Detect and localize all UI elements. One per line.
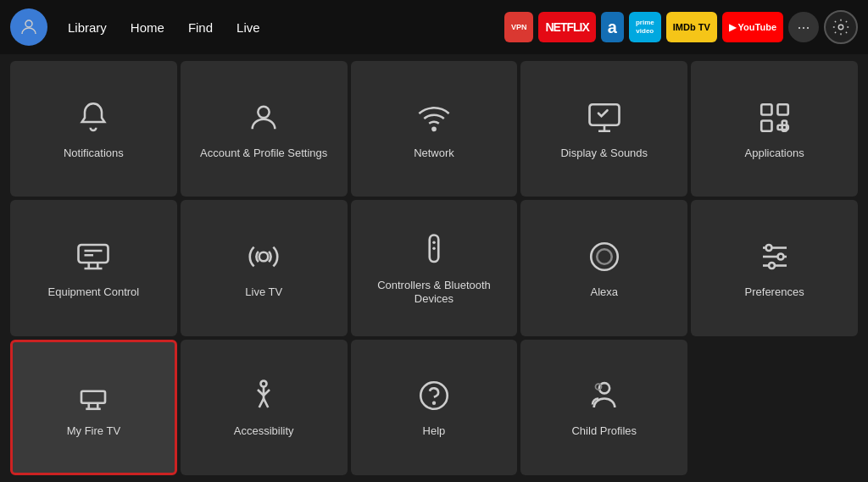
app-primevideo[interactable]: primevideo	[629, 12, 661, 42]
svg-point-30	[433, 402, 435, 404]
svg-rect-10	[79, 245, 108, 263]
settings-button[interactable]	[824, 10, 858, 44]
alexa-label: Alexa	[591, 285, 619, 300]
sliders-icon	[754, 236, 795, 277]
grid-item-display-sounds[interactable]: Display & Sounds	[520, 61, 687, 197]
svg-point-21	[777, 254, 783, 260]
svg-point-27	[261, 381, 267, 387]
top-nav: Library Home Find Live VPN NETFLIX a pri…	[0, 0, 868, 54]
child-icon	[584, 375, 625, 416]
nav-live[interactable]: Live	[226, 15, 270, 40]
accessibility-icon	[243, 375, 284, 416]
person-icon	[243, 97, 284, 138]
app-youtube[interactable]: ▶ YouTube	[722, 12, 783, 42]
svg-point-2	[259, 106, 270, 117]
grid-item-notifications[interactable]: Notifications	[10, 61, 177, 197]
bell-icon	[73, 97, 114, 138]
svg-point-3	[432, 127, 435, 130]
nav-apps: VPN NETFLIX a primevideo IMDb TV ▶ YouTu…	[504, 10, 858, 44]
grid-item-preferences[interactable]: Preferences	[691, 200, 858, 335]
nav-home[interactable]: Home	[120, 15, 175, 40]
svg-point-20	[765, 245, 771, 251]
app-expressvpn[interactable]: VPN	[504, 12, 534, 42]
help-label: Help	[423, 424, 446, 439]
app-netflix[interactable]: NETFLIX	[538, 12, 595, 42]
nav-links: Library Home Find Live	[58, 15, 270, 40]
equipment-control-label: Equipment Control	[48, 285, 140, 300]
remote-icon	[414, 230, 454, 270]
network-label: Network	[414, 147, 454, 161]
account-profile-label: Account & Profile Settings	[200, 147, 327, 161]
wifi-icon	[414, 97, 454, 138]
applications-label: Applications	[745, 147, 804, 161]
svg-point-29	[420, 383, 448, 410]
accessibility-label: Accessibility	[234, 424, 294, 439]
avatar[interactable]	[10, 8, 47, 46]
grid-item-alexa[interactable]: Alexa	[520, 200, 687, 335]
child-profiles-label: Child Profiles	[571, 424, 637, 439]
svg-point-16	[597, 249, 612, 264]
more-button[interactable]: ···	[788, 12, 819, 42]
grid-item-equipment-control[interactable]: Equipment Control	[10, 200, 177, 335]
grid-item-network[interactable]: Network	[351, 61, 518, 197]
svg-point-14	[432, 247, 436, 250]
app-amazon[interactable]: a	[601, 12, 624, 42]
svg-rect-6	[777, 104, 787, 114]
grid-item-accessibility[interactable]: Accessibility	[181, 340, 348, 475]
grid-item-applications[interactable]: Applications	[691, 61, 858, 197]
apps-icon	[754, 97, 795, 138]
svg-point-13	[432, 241, 436, 244]
svg-rect-23	[81, 391, 105, 403]
display-sounds-label: Display & Sounds	[560, 147, 648, 161]
notifications-label: Notifications	[64, 147, 124, 161]
svg-point-11	[259, 252, 269, 262]
grid-item-account-profile[interactable]: Account & Profile Settings	[181, 61, 348, 197]
settings-grid: Notifications Account & Profile Settings…	[0, 54, 868, 482]
grid-item-help[interactable]: Help	[351, 340, 518, 475]
firetv-icon	[73, 375, 114, 416]
antenna-icon	[243, 236, 284, 277]
grid-item-controllers-bluetooth[interactable]: Controllers & Bluetooth Devices	[351, 200, 518, 335]
grid-item-my-fire-tv[interactable]: My Fire TV	[10, 340, 177, 475]
nav-library[interactable]: Library	[58, 15, 117, 40]
help-icon	[414, 375, 454, 416]
svg-rect-5	[761, 104, 771, 114]
nav-find[interactable]: Find	[178, 15, 223, 40]
svg-point-15	[591, 243, 618, 270]
svg-rect-7	[761, 120, 771, 130]
display-icon	[584, 97, 625, 138]
controllers-bluetooth-label: Controllers & Bluetooth Devices	[358, 279, 511, 307]
monitor-icon	[73, 236, 114, 277]
grid-item-child-profiles[interactable]: Child Profiles	[520, 340, 687, 475]
live-tv-label: Live TV	[245, 285, 282, 300]
app-imdb[interactable]: IMDb TV	[666, 12, 717, 42]
alexa-icon	[584, 236, 625, 277]
grid-item-live-tv[interactable]: Live TV	[181, 200, 348, 335]
preferences-label: Preferences	[745, 285, 804, 300]
grid-item-empty	[691, 340, 858, 475]
svg-point-22	[769, 263, 775, 269]
my-fire-tv-label: My Fire TV	[67, 424, 120, 439]
svg-point-0	[25, 20, 32, 27]
svg-point-1	[838, 25, 843, 30]
